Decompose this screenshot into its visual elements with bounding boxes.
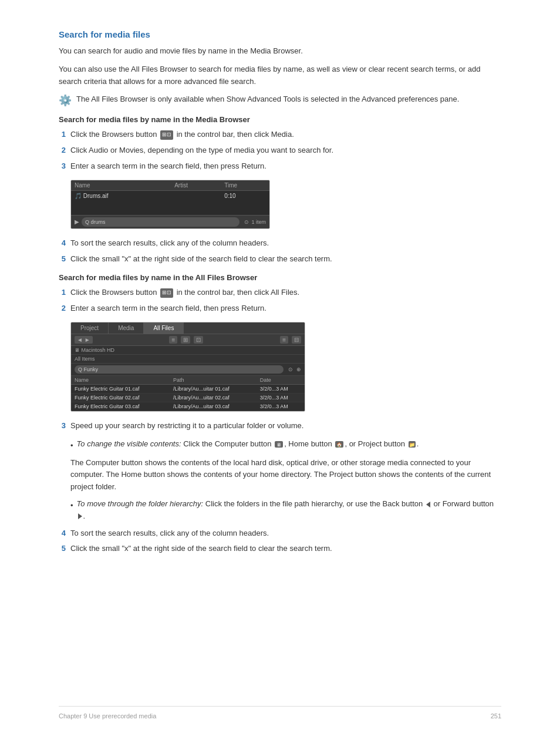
section1-steps-list: 1 Click the Browsers button ⊞⊡ in the co… — [59, 129, 501, 172]
step-text: Click the Browsers button ⊞⊡ in the cont… — [70, 129, 501, 141]
file-date: 3/2/0...3 AM — [257, 384, 305, 393]
circle-btn: ⊙ — [244, 219, 249, 225]
item-count-label: All Items — [75, 356, 95, 362]
step-num: 2 — [59, 144, 66, 157]
col-name: Name — [71, 376, 170, 385]
col-path: Path — [170, 376, 257, 385]
step-1-1: 1 Click the Browsers button ⊞⊡ in the co… — [59, 129, 501, 141]
computer-icon: 🖥 — [275, 441, 283, 448]
circle-btn2: ⊙ — [288, 367, 293, 372]
tab-project: Project — [71, 322, 109, 334]
step-text: Click Audio or Movies, depending on the … — [70, 144, 501, 157]
note-text: The All Files Browser is only available … — [76, 93, 459, 106]
intro-para-1: You can search for audio and movie files… — [59, 45, 501, 58]
section2-remaining-steps: 3 Speed up your search by restricting it… — [59, 420, 501, 432]
location-icon: 🖥 — [75, 347, 80, 353]
location-label: Macintosh HD — [82, 347, 115, 353]
all-files-table: Name Path Date Funky Electric Guitar 01.… — [71, 376, 305, 411]
search-bar2: Q Funky — [75, 365, 284, 374]
gear-icon: ⚙️ — [59, 94, 72, 107]
step-text: To sort the search results, click any of… — [70, 237, 501, 250]
intro-para-2: You can also use the All Files Browser t… — [59, 63, 501, 88]
col-date: Date — [257, 376, 305, 385]
project-icon: 📁 — [409, 441, 416, 448]
col-artist: Artist — [171, 180, 221, 191]
step-1-3: 3 Enter a search term in the search fiel… — [59, 160, 501, 173]
file-time: 0:10 — [221, 190, 269, 201]
back-forward-btns: ◄ ► — [75, 336, 93, 344]
section1-title: Search for media files by name in the Me… — [59, 115, 501, 124]
sub-paragraph: The Computer button shows the contents o… — [70, 457, 501, 493]
step-1-5: 5 Click the small "x" at the right side … — [59, 253, 501, 265]
chapter-label: Chapter 9 Use prerecorded media — [59, 712, 156, 720]
list-view-btn2: ≡ — [280, 336, 288, 344]
step-num: 4 — [59, 237, 66, 250]
table-row-empty2 — [71, 208, 269, 215]
bullet-italic-2: To move through the folder hierarchy: — [77, 499, 204, 508]
step-num: 1 — [59, 287, 66, 299]
table-row: Funky Electric Guitar 01.caf /Library/Au… — [71, 384, 305, 393]
section2-steps-list: 1 Click the Browsers button ⊞⊡ in the co… — [59, 287, 501, 315]
list-view-btn: ≡ — [169, 336, 177, 344]
page-number: 251 — [491, 712, 501, 720]
item-count: 1 item — [251, 219, 266, 225]
bullet-list-2: • To move through the folder hierarchy: … — [59, 498, 501, 523]
step-text: Enter a search term in the search field,… — [70, 160, 501, 173]
file-name: Funky Electric Guitar 02.caf — [71, 393, 170, 402]
bullet-marker: • — [70, 500, 73, 523]
table-row-empty1 — [71, 201, 269, 208]
col-name: Name — [71, 180, 171, 191]
step-2-4: 4 To sort the search results, click any … — [59, 527, 501, 540]
home-icon: 🏠 — [335, 441, 343, 448]
grid-view-btn2: ⊡ — [194, 336, 203, 344]
browsers-icon: ⊞⊡ — [160, 130, 173, 140]
item-count-row: All Items — [71, 355, 305, 364]
screenshot-table: Name Artist Time 🎵 Drums.aif 0:10 — [71, 180, 269, 215]
search-text2: Q Funky — [78, 367, 98, 372]
step-text: To sort the search results, click any of… — [70, 527, 501, 540]
col-time: Time — [221, 180, 269, 191]
file-name: Funky Electric Guitar 01.caf — [71, 384, 170, 393]
file-date: 3/2/0...3 AM — [257, 393, 305, 402]
search-bar: Q drums — [82, 217, 239, 227]
step-num: 2 — [59, 302, 66, 315]
bullet-list: • To change the visible contents: Click … — [59, 438, 501, 452]
screenshot-footer: ▶ Q drums ⊙ 1 item — [71, 215, 269, 228]
table-row: Funky Electric Guitar 03.caf /Library/Au… — [71, 402, 305, 411]
media-browser-screenshot: Name Artist Time 🎵 Drums.aif 0:10 ▶ Q dr… — [70, 180, 270, 229]
bullet-content: To change the visible contents: Click th… — [77, 438, 501, 452]
step-text: Click the Browsers button ⊞⊡ in the cont… — [70, 287, 501, 299]
tab-all-files: All Files — [144, 322, 184, 334]
step-2-2: 2 Enter a search term in the search fiel… — [59, 302, 501, 315]
toolbar-row: ◄ ► ≡ ⊞ ⊡ ≡ ⊟ — [71, 334, 305, 346]
step-num: 3 — [59, 160, 66, 173]
page-footer: Chapter 9 Use prerecorded media 251 — [59, 706, 501, 720]
section2-title: Search for media files by name in the Al… — [59, 273, 501, 282]
file-name: 🎵 Drums.aif — [71, 190, 171, 201]
bullet-content-2: To move through the folder hierarchy: Cl… — [77, 498, 501, 523]
step-num: 3 — [59, 420, 66, 432]
play-button: ▶ — [75, 218, 79, 225]
step-text: Speed up your search by restricting it t… — [70, 420, 501, 432]
file-path: /Library/Au...uitar 02.caf — [170, 393, 257, 402]
bullet-italic: To change the visible contents: — [77, 439, 181, 448]
search-text: Q drums — [85, 219, 106, 225]
table-row: 🎵 Drums.aif 0:10 — [71, 190, 269, 201]
step-1-4: 4 To sort the search results, click any … — [59, 237, 501, 250]
bullet-marker: • — [70, 440, 73, 452]
table-row: Funky Electric Guitar 02.caf /Library/Au… — [71, 393, 305, 402]
section2-final-steps: 4 To sort the search results, click any … — [59, 527, 501, 556]
step-2-3: 3 Speed up your search by restricting it… — [59, 420, 501, 432]
bullet-item-1: • To change the visible contents: Click … — [70, 438, 501, 452]
location-row: 🖥 Macintosh HD — [71, 346, 305, 355]
step-num: 5 — [59, 253, 66, 265]
browsers-icon2: ⊞⊡ — [160, 288, 173, 298]
step-text: Click the small "x" at the right side of… — [70, 543, 501, 555]
file-artist — [171, 190, 221, 201]
grid-view-btn1: ⊞ — [181, 336, 190, 344]
step-2-5: 5 Click the small "x" at the right side … — [59, 543, 501, 555]
step-text: Enter a search term in the search field,… — [70, 302, 501, 315]
bullet-item-2: • To move through the folder hierarchy: … — [70, 498, 501, 523]
step-1-2: 2 Click Audio or Movies, depending on th… — [59, 144, 501, 157]
step-num: 4 — [59, 527, 66, 540]
